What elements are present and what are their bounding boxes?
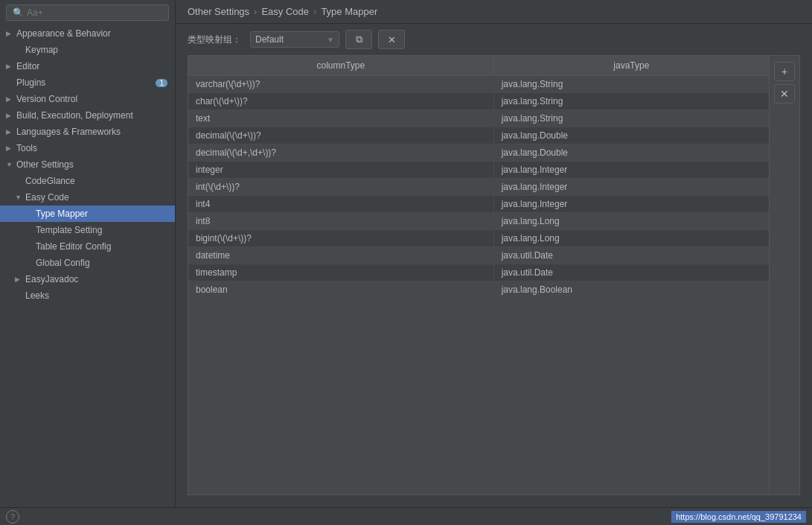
table-row[interactable]: textjava.lang.String (188, 110, 769, 127)
table-row[interactable]: datetimejava.util.Date (188, 247, 769, 264)
column-type-header: columnType (188, 56, 493, 76)
sidebar-item-tools[interactable]: ▶Tools (0, 140, 175, 156)
java-type-cell: java.lang.Long (493, 230, 769, 247)
search-box[interactable]: 🔍 (6, 4, 169, 21)
chevron-icon: ▶ (6, 144, 13, 152)
sidebar-item-label: Other Settings (16, 159, 74, 170)
column-type-cell: text (188, 110, 493, 127)
java-type-cell: java.lang.Integer (493, 196, 769, 213)
column-type-cell: decimal(\(\d+,\d+\))? (188, 144, 493, 162)
column-type-cell: datetime (188, 247, 493, 264)
table-row[interactable]: booleanjava.lang.Boolean (188, 281, 769, 299)
sidebar-item-label: Keymap (25, 45, 58, 55)
column-type-cell: char(\(\d+\))? (188, 93, 493, 110)
table-row[interactable]: timestampjava.util.Date (188, 264, 769, 281)
table-row[interactable]: varchar(\(\d+\))?java.lang.String (188, 76, 769, 93)
sidebar-item-label: Editor (16, 61, 39, 71)
chevron-icon: ▶ (6, 63, 13, 70)
java-type-cell: java.lang.Double (493, 127, 769, 144)
column-type-cell: boolean (188, 281, 493, 299)
sidebar-item-leeks[interactable]: Leeks (0, 287, 175, 304)
table-row[interactable]: int8java.lang.Long (188, 213, 769, 230)
java-type-cell: java.lang.Long (493, 213, 769, 230)
sidebar-item-label: Version Control (16, 94, 77, 104)
chevron-icon: ▼ (6, 161, 13, 168)
toolbar: 类型映射组： Default ▼ ⧉ ✕ (176, 24, 812, 55)
sidebar-item-label: Build, Execution, Deployment (16, 110, 133, 121)
select-value: Default (255, 34, 284, 45)
column-type-cell: bigint(\(\d+\))? (188, 230, 493, 247)
remove-row-button[interactable]: ✕ (774, 84, 795, 104)
sidebar-item-languages[interactable]: ▶Languages & Frameworks (0, 124, 175, 140)
table-row[interactable]: decimal(\(\d+\))?java.lang.Double (188, 127, 769, 144)
sidebar-item-other-settings[interactable]: ▼Other Settings (0, 156, 175, 173)
sidebar-item-label: Type Mapper (36, 209, 88, 219)
sidebar-item-appearance[interactable]: ▶Appearance & Behavior (0, 25, 175, 42)
help-button[interactable]: ? (6, 510, 19, 524)
java-type-cell: java.util.Date (493, 247, 769, 264)
table-row[interactable]: decimal(\(\d+,\d+\))?java.lang.Double (188, 144, 769, 162)
sidebar-items-container: ▶Appearance & BehaviorKeymap▶EditorPlugi… (0, 25, 175, 304)
chevron-down-icon: ▼ (327, 36, 334, 44)
delete-group-button[interactable]: ✕ (378, 30, 405, 49)
sidebar-item-type-mapper[interactable]: Type Mapper (0, 206, 175, 222)
sidebar-item-keymap[interactable]: Keymap (0, 42, 175, 58)
chevron-icon: ▶ (15, 276, 22, 283)
table-row[interactable]: int4java.lang.Integer (188, 196, 769, 213)
sidebar-item-label: Easy Code (25, 192, 69, 203)
java-type-cell: java.lang.String (493, 93, 769, 110)
breadcrumb-easy-code: Easy Code (261, 6, 309, 17)
sidebar-item-label: Appearance & Behavior (16, 28, 111, 39)
column-type-cell: int(\(\d+\))? (188, 179, 493, 196)
table-row[interactable]: char(\(\d+\))?java.lang.String (188, 93, 769, 110)
type-mapper-table: columnType javaType varchar(\(\d+\))?jav… (188, 56, 769, 299)
search-input[interactable] (27, 7, 162, 18)
java-type-cell: java.lang.String (493, 76, 769, 93)
breadcrumb-sep-2: › (313, 6, 316, 17)
sidebar-item-easy-javadoc[interactable]: ▶EasyJavadoc (0, 271, 175, 287)
chevron-icon: ▼ (15, 194, 22, 201)
sidebar-item-easy-code[interactable]: ▼Easy Code (0, 189, 175, 206)
java-type-header: javaType (493, 56, 769, 76)
sidebar-item-label: Template Setting (36, 225, 102, 235)
sidebar-item-codeglance[interactable]: CodeGlance (0, 173, 175, 189)
column-type-cell: int4 (188, 196, 493, 213)
sidebar-item-editor[interactable]: ▶Editor (0, 58, 175, 74)
java-type-cell: java.lang.Boolean (493, 281, 769, 299)
status-left: ? (6, 510, 19, 524)
table-row[interactable]: integerjava.lang.Integer (188, 162, 769, 179)
add-row-button[interactable]: + (774, 62, 795, 81)
java-type-cell: java.lang.Integer (493, 162, 769, 179)
status-url: https://blog.csdn.net/qq_39791234 (671, 511, 806, 523)
breadcrumb-type-mapper: Type Mapper (321, 6, 377, 17)
main-content: Other Settings › Easy Code › Type Mapper… (176, 0, 812, 507)
chevron-icon: ▶ (6, 95, 13, 103)
java-type-cell: java.lang.String (493, 110, 769, 127)
sidebar-item-label: CodeGlance (25, 176, 75, 186)
copy-button[interactable]: ⧉ (345, 30, 372, 49)
sidebar-item-plugins[interactable]: Plugins1 (0, 74, 175, 91)
sidebar-item-label: Plugins (16, 77, 45, 88)
chevron-icon: ▶ (6, 128, 13, 136)
breadcrumb-other-settings: Other Settings (188, 6, 249, 17)
sidebar-item-template-setting[interactable]: Template Setting (0, 222, 175, 238)
type-mapper-group-select[interactable]: Default ▼ (250, 31, 339, 48)
sidebar-item-label: Leeks (25, 290, 49, 301)
column-type-cell: decimal(\(\d+\))? (188, 127, 493, 144)
sidebar: 🔍 ▶Appearance & BehaviorKeymap▶EditorPlu… (0, 0, 176, 507)
sidebar-item-label: Languages & Frameworks (16, 127, 121, 137)
table-side-buttons: + ✕ (769, 56, 799, 494)
toolbar-label: 类型映射组： (188, 34, 241, 46)
sidebar-item-label: Global Config (36, 258, 90, 268)
breadcrumb-sep-1: › (254, 6, 257, 17)
badge: 1 (156, 79, 167, 87)
sidebar-item-version-control[interactable]: ▶Version Control (0, 91, 175, 107)
table-row[interactable]: int(\(\d+\))?java.lang.Integer (188, 179, 769, 196)
sidebar-item-build[interactable]: ▶Build, Execution, Deployment (0, 107, 175, 124)
sidebar-item-label: Tools (16, 143, 37, 153)
table-row[interactable]: bigint(\(\d+\))?java.lang.Long (188, 230, 769, 247)
sidebar-item-table-editor-config[interactable]: Table Editor Config (0, 238, 175, 255)
chevron-icon: ▶ (6, 30, 13, 37)
java-type-cell: java.lang.Integer (493, 179, 769, 196)
sidebar-item-global-config[interactable]: Global Config (0, 255, 175, 271)
